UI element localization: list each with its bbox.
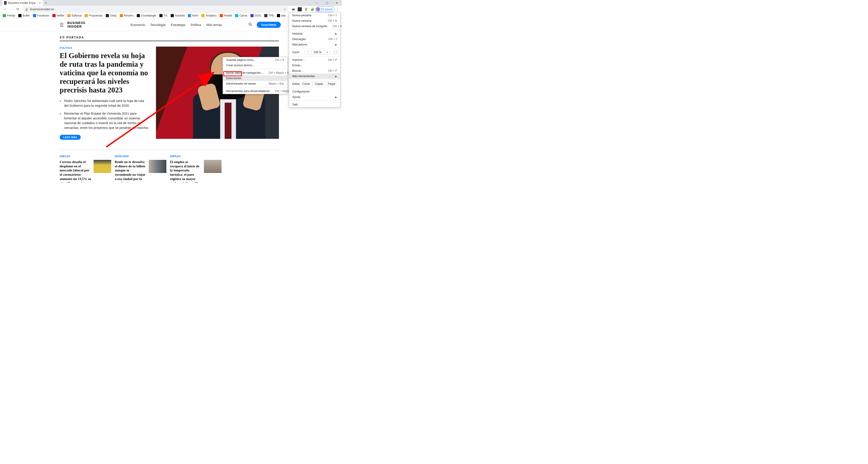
zoom-out-button[interactable]: −	[305, 50, 311, 54]
profile-chip[interactable]: En pausa	[315, 6, 335, 12]
zoom-value: 100 %	[311, 50, 324, 54]
site-logo[interactable]: BUSINESS INSIDER	[67, 21, 86, 28]
hamburger-icon[interactable]: ☰	[60, 22, 64, 28]
bookmark-item[interactable]: Crowdtangle	[137, 14, 156, 17]
browser-tab[interactable]: BI Business Insider España: Actuali ×	[2, 0, 43, 6]
bookmark-item[interactable]: NAVI	[188, 14, 198, 17]
bookmark-item[interactable]: Netflix	[53, 14, 64, 17]
bookmark-label: NAVI	[192, 14, 198, 17]
cut-button[interactable]: Cortar	[300, 82, 313, 86]
nav-item[interactable]: Política	[191, 23, 201, 27]
bookmark-item[interactable]: Getty	[106, 14, 117, 17]
minimize-button[interactable]: ─	[312, 0, 322, 6]
secondary-stories: EMPLEO Correos desafía el desplome en el…	[60, 150, 279, 183]
search-icon[interactable]	[248, 22, 252, 27]
bookmark-item[interactable]: Facebook	[33, 14, 49, 17]
bookmark-item[interactable]: Buffer	[18, 14, 30, 17]
menu-find[interactable]: Buscar...Ctrl + F	[289, 68, 340, 73]
secondary-title: Renfe no te devuelve el dinero de tu bil…	[115, 160, 147, 183]
lock-icon: 🔒	[25, 8, 28, 11]
bookmark-icon	[137, 14, 140, 17]
section-heading: EN PORTADA	[60, 36, 279, 41]
menu-history[interactable]: Historial▶	[289, 31, 340, 36]
bookmark-item[interactable]: Canva	[235, 14, 247, 17]
close-window-button[interactable]: ✕	[332, 0, 342, 6]
secondary-thumbnail	[204, 160, 221, 173]
lead-headline[interactable]: El Gobierno revela su hoja de ruta tras …	[60, 52, 149, 94]
logo-line1: BUSINESS	[67, 21, 86, 25]
bookmark-item[interactable]: Propuestas	[85, 14, 103, 17]
close-tab-icon[interactable]: ×	[39, 1, 41, 5]
fullscreen-button[interactable]: ⛶	[333, 50, 338, 54]
bookmark-label: Crowdtangle	[141, 14, 156, 17]
paste-button[interactable]: Pegar	[326, 82, 338, 86]
subscribe-button[interactable]: Suscríbete	[257, 22, 281, 28]
read-more-button[interactable]: LEER MÁS	[60, 135, 81, 140]
bookmark-item[interactable]: GOG	[250, 14, 261, 17]
menu-cast[interactable]: Enviar...	[289, 63, 340, 68]
nav-item[interactable]: Más temas	[206, 23, 222, 27]
bookmark-label: Feedly	[7, 14, 15, 17]
address-bar[interactable]: 🔒 businessinsider.es ☆	[23, 6, 289, 12]
menu-task-manager[interactable]: Administrador de tareasMayús + Esc	[223, 81, 287, 86]
maximize-button[interactable]: ▢	[322, 0, 332, 6]
bookmark-label: ada	[281, 14, 286, 17]
lead-category[interactable]: POLÍTICA	[60, 47, 149, 49]
new-tab-button[interactable]: +	[45, 1, 47, 5]
svg-point-0	[249, 23, 251, 25]
menu-new-window[interactable]: Nueva ventanaCtrl + N	[289, 18, 340, 24]
forward-button[interactable]: →	[8, 6, 14, 12]
bookmark-item[interactable]: Editorial	[67, 14, 81, 17]
reload-button[interactable]: ⟳	[14, 6, 21, 12]
menu-save-page-as[interactable]: Guardar página como...Ctrl + S	[223, 57, 287, 63]
nav-item[interactable]: Tecnología	[150, 23, 166, 27]
bookmark-icon	[188, 14, 191, 17]
ext-icon-1[interactable]: æ	[291, 7, 296, 11]
menu-print[interactable]: Imprimir...Ctrl + P	[289, 57, 340, 63]
secondary-story[interactable]: EMPLEO Correos desafía el desplome en el…	[60, 155, 111, 183]
lead-bullet: Reorientar el Plan Estatal de Vivivenda …	[60, 111, 149, 130]
menu-clear-browsing-data[interactable]: Borrar datos de navegación...Ctrl + Mayú…	[223, 70, 287, 75]
menu-new-incognito[interactable]: Nueva ventana de incógnitoCtrl + Mayús +…	[289, 24, 340, 29]
menu-help[interactable]: Ayuda▶	[289, 94, 340, 100]
bookmark-item[interactable]: Analytics	[202, 14, 217, 17]
menu-create-shortcut[interactable]: Crear acceso directo...	[223, 63, 287, 68]
menu-developer-tools[interactable]: Herramientas para desarrolladoresCtrl + …	[223, 88, 287, 94]
bookmark-item[interactable]: Autobild	[170, 14, 185, 17]
secondary-story[interactable]: MOVILIDAD Renfe no te devuelve el dinero…	[115, 155, 166, 183]
svg-line-1	[251, 25, 252, 26]
bookmark-item[interactable]: Reddit	[220, 14, 232, 17]
bookmark-icon	[235, 14, 238, 17]
menu-new-tab[interactable]: Nueva pestañaCtrl + T	[289, 13, 340, 18]
zoom-in-button[interactable]: +	[324, 50, 330, 54]
ext-icon-2[interactable]	[298, 7, 302, 11]
bookmark-icon	[33, 14, 36, 17]
ext-icon-3[interactable]: ☰	[304, 7, 308, 11]
menu-settings[interactable]: Configuración	[289, 89, 340, 94]
bookmark-item[interactable]: TG	[159, 14, 167, 17]
secondary-thumbnail	[94, 160, 111, 173]
chrome-menu-button[interactable]: ⋮	[335, 7, 340, 11]
extensions-puzzle-icon[interactable]: 🧩	[310, 7, 314, 11]
bookmark-icon	[170, 14, 174, 17]
menu-extensions[interactable]: Extensiones	[223, 75, 287, 81]
menu-exit[interactable]: Salir	[289, 102, 340, 107]
star-icon[interactable]: ☆	[283, 7, 286, 11]
menu-bookmarks[interactable]: Marcadores▶	[289, 42, 340, 47]
window-controls: ─ ▢ ✕	[312, 0, 342, 6]
bookmark-item[interactable]: TPB	[264, 14, 274, 17]
bookmark-item[interactable]: Feedly	[3, 14, 15, 17]
copy-button[interactable]: Copiar	[313, 82, 326, 86]
secondary-category: EMPLEO	[60, 155, 111, 158]
bookmark-item[interactable]: Reuters	[120, 14, 133, 17]
back-button[interactable]: ←	[2, 6, 8, 12]
nav-item[interactable]: Estrategia	[171, 23, 185, 27]
bookmark-icon	[120, 14, 123, 17]
secondary-story[interactable]: EMPLEO El empleo se recupera al inicio d…	[170, 155, 221, 183]
chrome-main-menu: Nueva pestañaCtrl + T Nueva ventanaCtrl …	[289, 12, 340, 107]
bookmark-item[interactable]: ada	[277, 14, 286, 17]
menu-downloads[interactable]: DescargasCtrl + J	[289, 36, 340, 42]
bookmark-icon	[3, 14, 6, 17]
nav-item[interactable]: Economía	[131, 23, 145, 27]
menu-more-tools[interactable]: Más herramientas▶	[289, 73, 340, 79]
